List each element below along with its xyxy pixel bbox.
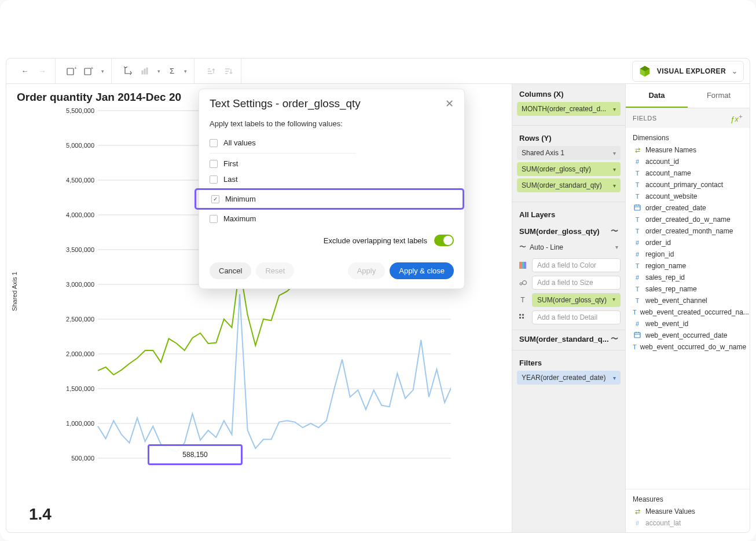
layer-gloss[interactable]: SUM(order_gloss_qty) 〜 bbox=[512, 222, 625, 240]
close-icon[interactable]: ✕ bbox=[445, 97, 454, 110]
text-icon: T bbox=[633, 309, 637, 316]
size-slot-icon bbox=[517, 277, 529, 288]
field-order-created-date[interactable]: order_created_date bbox=[629, 202, 746, 214]
text-icon: T bbox=[633, 262, 642, 269]
row-pill-gloss[interactable]: SUM(order_gloss_qty)▾ bbox=[517, 162, 621, 176]
field-order-id[interactable]: #order_id bbox=[629, 237, 746, 248]
field-sales-rep-id[interactable]: #sales_rep_id bbox=[629, 272, 746, 283]
exclude-toggle[interactable] bbox=[434, 235, 454, 246]
field-account-lat[interactable]: # account_lat bbox=[629, 517, 746, 529]
sort-desc-button bbox=[220, 63, 236, 79]
modal-subtitle: Apply text labels to the following value… bbox=[210, 119, 454, 128]
checkbox-last[interactable]: Last bbox=[210, 171, 454, 187]
svg-text:2,000,000: 2,000,000 bbox=[66, 350, 94, 357]
data-pane: Data Format FIELDS ƒx+ Dimensions ⇄ Meas… bbox=[625, 84, 750, 532]
text-slot-icon: T bbox=[517, 294, 529, 306]
svg-rect-35 bbox=[522, 314, 524, 316]
resize-button bbox=[137, 63, 153, 79]
swap-axes-button[interactable] bbox=[120, 63, 136, 79]
field-order-created-do-w-name[interactable]: Torder_created_do_w_name bbox=[629, 214, 746, 225]
y-axis-label: Shared Axis 1 bbox=[11, 272, 18, 311]
apply-close-button[interactable]: Apply & close bbox=[390, 262, 454, 279]
divider bbox=[512, 202, 625, 202]
tab-format[interactable]: Format bbox=[688, 84, 750, 108]
field-sales-rep-name[interactable]: Tsales_rep_name bbox=[629, 283, 746, 295]
field-measure-values[interactable]: ⇄ Measure Values bbox=[629, 506, 746, 517]
text-icon: T bbox=[633, 216, 642, 223]
chevron-down-icon: ⌄ bbox=[732, 67, 737, 75]
svg-point-33 bbox=[523, 281, 527, 285]
text-icon: T bbox=[633, 343, 637, 350]
config-pane: Columns (X) MONTH(order_created_d...▾ Ro… bbox=[512, 84, 625, 532]
delete-viz-button[interactable]: × bbox=[81, 63, 97, 79]
svg-point-32 bbox=[520, 283, 522, 285]
checkbox-all-values[interactable]: All values bbox=[210, 135, 454, 151]
field-web-event-occurred-do-w-name[interactable]: Tweb_event_occurred_do_w_name bbox=[629, 341, 746, 353]
field-web-event-channel[interactable]: Tweb_event_channel bbox=[629, 295, 746, 306]
mark-type-selector[interactable]: 〜 Auto - Line ▾ bbox=[512, 240, 625, 257]
field-web-event-created-occurred-na---[interactable]: Tweb_event_created_occurred_na... bbox=[629, 306, 746, 318]
viz-dropdown-caret[interactable]: ▾ bbox=[98, 63, 107, 79]
svg-text:2,500,000: 2,500,000 bbox=[66, 316, 94, 323]
svg-rect-30 bbox=[522, 262, 524, 269]
text-icon: T bbox=[633, 228, 642, 235]
field-account-primary-contact[interactable]: Taccount_primary_contact bbox=[629, 179, 746, 191]
text-icon: T bbox=[633, 193, 642, 200]
reset-button: Reset bbox=[256, 262, 294, 279]
svg-text:3,500,000: 3,500,000 bbox=[66, 246, 94, 253]
dimensions-list: ⇄ Measure Names #account_idTaccount_name… bbox=[626, 144, 750, 489]
field-measure-names[interactable]: ⇄ Measure Names bbox=[629, 144, 746, 156]
resize-caret[interactable]: ▾ bbox=[155, 63, 163, 79]
field-account-website[interactable]: Taccount_website bbox=[629, 191, 746, 202]
svg-text:×: × bbox=[91, 67, 93, 70]
toolbar: ← → + × ▾ ▾ Σ ▾ VISUAL EXPLO bbox=[6, 59, 750, 84]
text-field-input[interactable]: SUM(order_gloss_qty)▾ bbox=[532, 293, 621, 307]
columns-header: Columns (X) bbox=[512, 84, 625, 102]
special-field-icon: ⇄ bbox=[633, 508, 642, 516]
sigma-button[interactable]: Σ bbox=[164, 63, 180, 79]
svg-rect-5 bbox=[144, 69, 145, 74]
checkbox-first[interactable]: First bbox=[210, 156, 454, 171]
tab-data[interactable]: Data bbox=[626, 84, 688, 108]
size-field-input[interactable]: Add a field to Size bbox=[532, 276, 621, 290]
apply-button: Apply bbox=[348, 262, 386, 279]
checkbox-minimum[interactable]: Minimum bbox=[211, 191, 458, 207]
add-viz-button[interactable]: + bbox=[64, 63, 80, 79]
text-icon: T bbox=[633, 297, 642, 304]
detail-field-input[interactable]: Add a field to Detail bbox=[532, 310, 621, 324]
hash-icon: # bbox=[633, 239, 642, 246]
field-region-name[interactable]: Tregion_name bbox=[629, 260, 746, 272]
svg-rect-31 bbox=[524, 262, 526, 269]
field-account-name[interactable]: Taccount_name bbox=[629, 167, 746, 179]
field-account-id[interactable]: #account_id bbox=[629, 156, 746, 167]
svg-rect-34 bbox=[519, 314, 521, 316]
visual-explorer-mode-button[interactable]: VISUAL EXPLORER ⌄ bbox=[632, 61, 744, 82]
nav-forward-button: → bbox=[34, 63, 50, 79]
field-region-id[interactable]: #region_id bbox=[629, 248, 746, 260]
field-web-event-occurred-date[interactable]: web_event_occurred_date bbox=[629, 330, 746, 341]
layer-standard[interactable]: SUM(order_standard_q... 〜 bbox=[512, 330, 625, 348]
svg-text:+: + bbox=[74, 67, 77, 71]
calendar-icon bbox=[633, 331, 642, 339]
svg-text:500,000: 500,000 bbox=[71, 455, 94, 462]
svg-text:4,500,000: 4,500,000 bbox=[66, 177, 94, 184]
hash-icon: # bbox=[633, 274, 642, 281]
cube-icon bbox=[638, 65, 651, 78]
field-order-created-month-name[interactable]: Torder_created_month_name bbox=[629, 225, 746, 237]
text-icon: T bbox=[633, 170, 642, 177]
svg-rect-37 bbox=[522, 317, 524, 319]
svg-rect-6 bbox=[146, 68, 148, 74]
cancel-button[interactable]: Cancel bbox=[210, 262, 251, 279]
columns-pill[interactable]: MONTH(order_created_d...▾ bbox=[517, 102, 621, 116]
filter-pill[interactable]: YEAR(order_created_date)▾ bbox=[517, 371, 621, 385]
fx-add-icon[interactable]: ƒx+ bbox=[730, 113, 743, 123]
row-pill-standard[interactable]: SUM(order_standard_qty)▾ bbox=[517, 178, 621, 192]
sigma-caret[interactable]: ▾ bbox=[181, 63, 189, 79]
text-icon: T bbox=[633, 181, 642, 188]
checkbox-maximum[interactable]: Maximum bbox=[210, 211, 454, 226]
nav-back-button[interactable]: ← bbox=[17, 63, 33, 79]
color-field-input[interactable]: Add a field to Color bbox=[532, 258, 621, 272]
field-web-event-id[interactable]: #web_event_id bbox=[629, 318, 746, 330]
rows-header: Rows (Y) bbox=[512, 128, 625, 146]
shared-axis-row[interactable]: Shared Axis 1▾ bbox=[517, 146, 621, 160]
